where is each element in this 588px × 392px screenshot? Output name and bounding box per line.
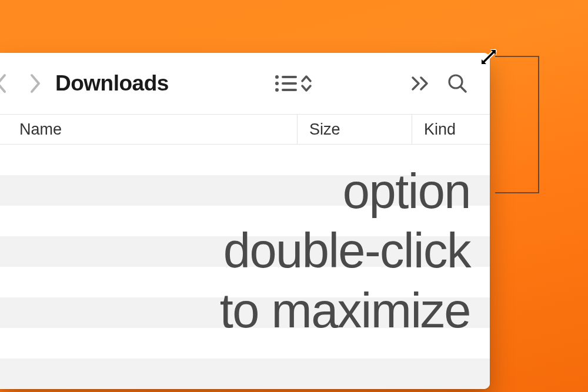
list-row[interactable] xyxy=(0,267,490,297)
list-row[interactable] xyxy=(0,145,490,175)
finder-window: Downloads xyxy=(0,53,490,389)
list-row[interactable] xyxy=(0,359,490,389)
back-button[interactable] xyxy=(0,66,13,100)
column-headers: Name Size Kind xyxy=(0,114,490,145)
folder-title: Downloads xyxy=(55,71,169,96)
svg-line-7 xyxy=(461,87,466,92)
list-row[interactable] xyxy=(0,206,490,236)
svg-rect-1 xyxy=(282,76,297,78)
callout-line xyxy=(493,52,546,199)
overflow-chevron-icon[interactable] xyxy=(411,72,431,95)
view-options-stepper-icon[interactable] xyxy=(300,72,312,95)
list-row[interactable] xyxy=(0,236,490,267)
search-icon[interactable] xyxy=(447,72,467,95)
list-view-icon[interactable] xyxy=(275,72,297,95)
list-row[interactable] xyxy=(0,175,490,206)
svg-rect-3 xyxy=(282,82,297,85)
toolbar: Downloads xyxy=(0,53,490,114)
svg-point-0 xyxy=(275,75,279,79)
svg-point-2 xyxy=(275,82,279,85)
svg-point-6 xyxy=(449,75,462,88)
list-row[interactable] xyxy=(0,328,490,359)
file-list xyxy=(0,145,490,389)
column-header-kind[interactable]: Kind xyxy=(412,115,490,144)
svg-rect-5 xyxy=(282,89,297,91)
forward-button[interactable] xyxy=(24,66,45,100)
list-row[interactable] xyxy=(0,297,490,328)
svg-point-4 xyxy=(275,88,279,92)
column-header-name[interactable]: Name xyxy=(0,120,297,139)
column-header-size[interactable]: Size xyxy=(297,115,412,144)
